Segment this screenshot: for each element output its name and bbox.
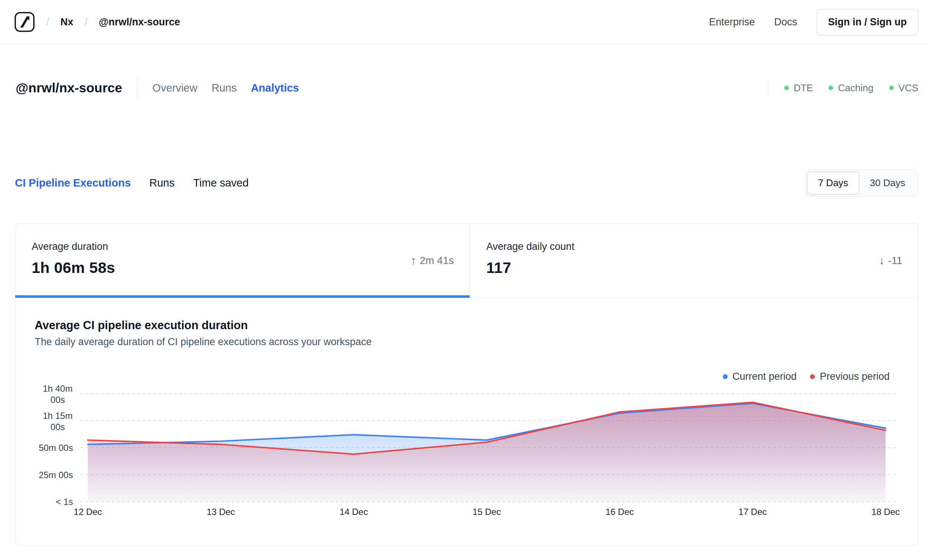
breadcrumb-separator: / — [46, 16, 49, 28]
legend-dot-icon — [723, 374, 728, 379]
stat-card-average-daily-count[interactable]: Average daily count 117 ↓ -11 — [470, 224, 918, 298]
x-axis-label: 17 Dec — [739, 507, 767, 517]
workspace-header-left: @nrwl/nx-source Overview Runs Analytics — [16, 77, 299, 99]
nx-cloud-analytics-page: / Nx / @nrwl/nx-source Enterprise Docs S… — [0, 0, 928, 560]
nx-cloud-logo-icon[interactable] — [14, 12, 35, 32]
sign-in-button[interactable]: Sign in / Sign up — [817, 9, 918, 35]
y-axis-label: 1h 40m — [43, 383, 73, 394]
tab-analytics-runs[interactable]: Runs — [149, 177, 175, 189]
status-label: Caching — [838, 82, 873, 94]
stat-delta: ↑ 2m 41s — [411, 254, 453, 267]
status-vcs: VCS — [889, 82, 918, 94]
status-caching: Caching — [829, 82, 873, 94]
stat-cards: Average duration 1h 06m 58s ↑ 2m 41s Ave… — [15, 223, 918, 298]
workspace-title: @nrwl/nx-source — [16, 81, 122, 95]
header-divider — [137, 77, 137, 99]
status-label: VCS — [899, 82, 918, 94]
y-axis-label: 25m 00s — [39, 470, 73, 480]
arrow-up-icon: ↑ — [411, 254, 416, 267]
legend-previous-period: Previous period — [810, 371, 890, 382]
chart-subtitle: The daily average duration of CI pipelin… — [35, 336, 918, 348]
stat-card-average-duration[interactable]: Average duration 1h 06m 58s ↑ 2m 41s — [15, 224, 470, 298]
x-axis-label: 12 Dec — [74, 507, 102, 517]
x-axis-label: 18 Dec — [872, 507, 900, 517]
previous-period-area — [88, 402, 885, 502]
stat-delta: ↓ -11 — [879, 254, 902, 267]
workspace-status-group: DTE Caching VCS — [768, 80, 918, 96]
stat-value: 117 — [486, 259, 902, 277]
y-axis-label: 00s — [50, 422, 65, 432]
y-axis-label: < 1s — [56, 497, 73, 507]
legend-label: Previous period — [820, 371, 890, 382]
status-label: DTE — [794, 82, 813, 94]
y-axis-label: 50m 00s — [39, 443, 73, 453]
chart-legend: Current period Previous period — [723, 371, 890, 382]
green-dot-icon — [889, 85, 894, 90]
breadcrumb-repo-link[interactable]: @nrwl/nx-source — [99, 17, 180, 28]
tab-analytics[interactable]: Analytics — [251, 82, 299, 94]
y-axis-label: 00s — [50, 395, 65, 405]
stat-value: 1h 06m 58s — [32, 259, 453, 277]
date-range-toggle: 7 Days 30 Days — [805, 169, 918, 197]
breadcrumb: / Nx / @nrwl/nx-source — [14, 12, 180, 32]
docs-link[interactable]: Docs — [774, 17, 797, 28]
x-axis-label: 14 Dec — [340, 507, 368, 517]
breadcrumb-org-link[interactable]: Nx — [60, 17, 73, 28]
tab-overview[interactable]: Overview — [152, 82, 197, 94]
top-navbar: / Nx / @nrwl/nx-source Enterprise Docs S… — [0, 0, 928, 44]
chart-title: Average CI pipeline execution duration — [35, 319, 918, 332]
status-dte: DTE — [784, 82, 813, 94]
green-dot-icon — [829, 85, 833, 90]
status-divider — [768, 80, 769, 96]
range-7-days[interactable]: 7 Days — [807, 172, 859, 194]
analytics-tab-row: CI Pipeline Executions Runs Time saved 7… — [15, 169, 918, 197]
stat-label: Average daily count — [486, 241, 902, 252]
x-axis-label: 15 Dec — [473, 507, 501, 517]
chart-panel: < 1s25m 00s50m 00s1h 15m00s1h 40m00s12 D… — [15, 298, 918, 545]
x-axis-label: 16 Dec — [606, 507, 634, 517]
navbar-actions: Enterprise Docs Sign in / Sign up — [709, 9, 918, 35]
arrow-down-icon: ↓ — [879, 254, 885, 267]
legend-label: Current period — [733, 371, 797, 382]
range-30-days[interactable]: 30 Days — [859, 172, 916, 194]
stat-label: Average duration — [32, 241, 453, 252]
breadcrumb-separator: / — [84, 16, 87, 28]
tab-ci-pipeline-executions[interactable]: CI Pipeline Executions — [15, 177, 131, 189]
chart-header: Average CI pipeline execution duration T… — [15, 298, 918, 348]
tab-time-saved[interactable]: Time saved — [193, 177, 249, 189]
legend-dot-icon — [810, 374, 815, 379]
workspace-header: @nrwl/nx-source Overview Runs Analytics … — [16, 77, 918, 99]
y-axis-label: 1h 15m — [43, 411, 73, 421]
workspace-tabs: Overview Runs Analytics — [152, 82, 299, 94]
stat-delta-value: 2m 41s — [420, 255, 454, 267]
tab-runs[interactable]: Runs — [212, 82, 237, 94]
green-dot-icon — [784, 85, 789, 90]
enterprise-link[interactable]: Enterprise — [709, 17, 755, 28]
stat-delta-value: -11 — [888, 255, 902, 267]
analytics-tabs: CI Pipeline Executions Runs Time saved — [15, 177, 249, 189]
x-axis-label: 13 Dec — [207, 507, 235, 517]
legend-current-period: Current period — [723, 371, 797, 382]
